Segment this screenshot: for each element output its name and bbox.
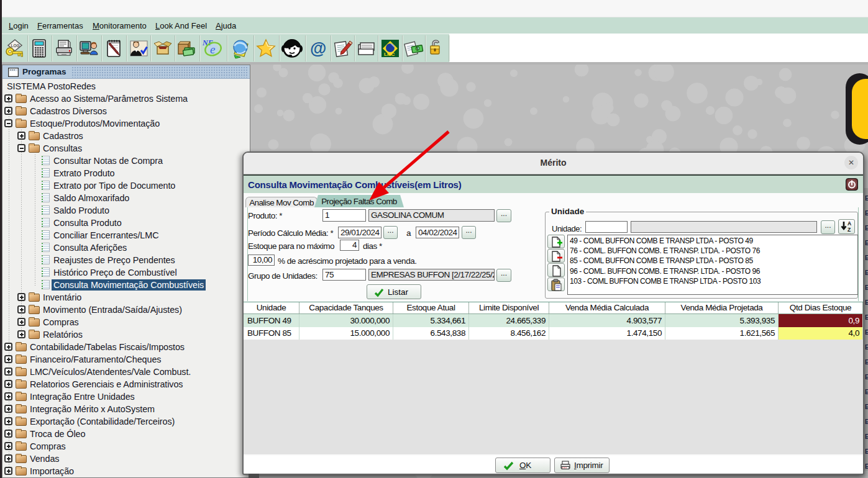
- svg-text:e: e: [210, 43, 215, 56]
- svg-text:$: $: [416, 47, 419, 52]
- svg-text:@: @: [310, 39, 326, 58]
- svg-text:A: A: [847, 220, 851, 227]
- svg-text:LOG: LOG: [11, 43, 20, 48]
- svg-text:LMC: LMC: [384, 52, 395, 57]
- svg-text:Z: Z: [847, 227, 851, 233]
